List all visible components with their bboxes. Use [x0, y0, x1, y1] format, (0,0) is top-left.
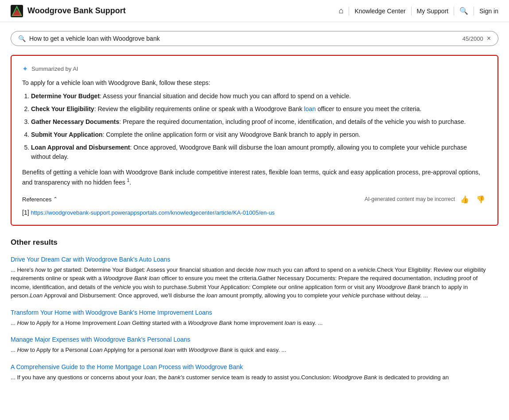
ai-feedback: AI-generated content may be incorrect 👍 …	[365, 194, 487, 204]
result-snippet-4: ... If you have any questions or concern…	[11, 373, 498, 382]
ai-step-1-title: Determine Your Budget	[31, 92, 100, 100]
references-label: References	[22, 196, 51, 203]
ai-step-2: Check Your Eligibility: Review the eligi…	[31, 104, 487, 114]
search-counter: 45/2000	[462, 35, 483, 42]
ai-step-2-link[interactable]: loan	[304, 105, 315, 112]
references-list: [1] https://woodgrovebank-support.powera…	[22, 209, 487, 216]
result-title-4[interactable]: A Comprehensive Guide to the Home Mortga…	[11, 363, 498, 370]
search-input[interactable]	[29, 35, 459, 42]
result-snippet-2: ... How to Apply for a Home Improvement …	[11, 319, 498, 328]
sign-in-link[interactable]: Sign in	[479, 8, 498, 15]
home-icon[interactable]: ⌂	[339, 6, 344, 15]
site-title: Woodgrove Bank Support	[27, 6, 126, 15]
ai-step-5: Loan Approval and Disbursement: Once app…	[31, 143, 487, 162]
logo-icon	[11, 5, 23, 17]
ai-step-2-text: : Review the eligibility requirements on…	[94, 105, 422, 112]
nav-divider-3	[454, 7, 454, 15]
ai-step-1: Determine Your Budget: Assess your finan…	[31, 92, 487, 101]
ai-step-4-title: Submit Your Application	[31, 131, 103, 138]
ai-step-3-text: : Prepare the required documentation, in…	[119, 118, 466, 125]
references-toggle[interactable]: References ⌃	[22, 196, 58, 203]
ai-step-5-title: Loan Approval and Disbursement	[31, 144, 130, 151]
ai-label: Summarized by AI	[31, 66, 78, 72]
ai-incorrect-label: AI-generated content may be incorrect	[365, 196, 455, 202]
knowledge-center-link[interactable]: Knowledge Center	[354, 8, 405, 15]
result-item-1: Drive Your Dream Car with Woodgrove Bank…	[11, 256, 498, 300]
reference-link-1[interactable]: https://woodgrovebank-support.powerappsp…	[31, 209, 275, 216]
thumbs-up-button[interactable]: 👍	[458, 194, 471, 204]
nav-divider-2	[411, 7, 412, 15]
ai-sparkle-icon: ✦	[22, 65, 28, 73]
logo-area: Woodgrove Bank Support	[11, 5, 339, 17]
ai-step-4: Submit Your Application: Complete the on…	[31, 130, 487, 139]
ai-footer: References ⌃ AI-generated content may be…	[22, 194, 487, 204]
search-container: 🔍 45/2000 ×	[0, 22, 509, 50]
my-support-link[interactable]: My Support	[417, 8, 449, 15]
ai-step-1-text: : Assess your financial situation and de…	[100, 92, 351, 100]
ai-step-2-title: Check Your Eligibility	[31, 105, 94, 112]
reference-num: [1]	[22, 209, 29, 216]
other-results-heading: Other results	[11, 238, 498, 247]
nav-divider-4	[474, 7, 474, 15]
result-title-1[interactable]: Drive Your Dream Car with Woodgrove Bank…	[11, 256, 498, 263]
result-snippet-1: ... Here's how to get started: Determine…	[11, 266, 498, 300]
nav-divider-1	[349, 7, 349, 15]
ai-summary-header: ✦ Summarized by AI	[22, 65, 487, 73]
result-snippet-3: ... How to Apply for a Personal Loan App…	[11, 346, 498, 354]
result-item-3: Manage Major Expenses with Woodgrove Ban…	[11, 336, 498, 354]
chevron-up-icon: ⌃	[53, 196, 58, 202]
ai-summary-box: ✦ Summarized by AI To apply for a vehicl…	[11, 55, 498, 226]
result-title-3[interactable]: Manage Major Expenses with Woodgrove Ban…	[11, 336, 498, 343]
search-box: 🔍 45/2000 ×	[11, 31, 498, 46]
ai-steps: Determine Your Budget: Assess your finan…	[31, 92, 487, 162]
result-title-2[interactable]: Transform Your Home with Woodgrove Bank'…	[11, 309, 498, 316]
ai-benefits: Benefits of getting a vehicle loan with …	[22, 168, 487, 187]
ai-step-3: Gather Necessary Documents: Prepare the …	[31, 117, 487, 127]
main-content: ✦ Summarized by AI To apply for a vehicl…	[0, 50, 509, 401]
search-icon[interactable]: 🔍	[459, 7, 468, 15]
thumbs-down-button[interactable]: 👎	[474, 194, 487, 204]
header-nav: ⌂ Knowledge Center My Support 🔍 Sign in	[339, 6, 498, 15]
search-input-icon: 🔍	[18, 35, 26, 42]
ai-intro: To apply for a vehicle loan with Woodgro…	[22, 79, 487, 86]
ai-step-4-text: : Complete the online application form o…	[103, 131, 361, 138]
result-item-4: A Comprehensive Guide to the Home Mortga…	[11, 363, 498, 382]
header: Woodgrove Bank Support ⌂ Knowledge Cente…	[0, 0, 509, 22]
search-clear-button[interactable]: ×	[487, 35, 491, 42]
ai-benefits-footnote: 1	[127, 178, 130, 183]
ai-step-3-title: Gather Necessary Documents	[31, 118, 119, 125]
result-item-2: Transform Your Home with Woodgrove Bank'…	[11, 309, 498, 328]
